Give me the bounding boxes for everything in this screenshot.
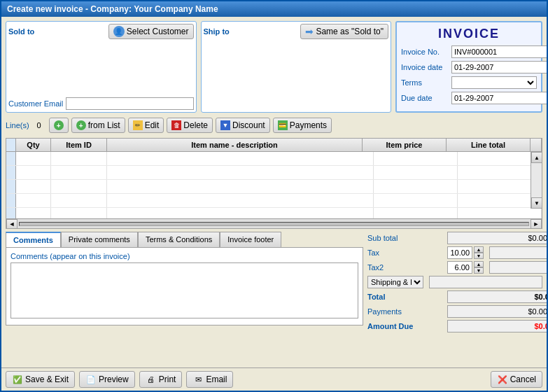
save-icon: ✅	[12, 374, 23, 385]
invoice-no-label: Invoice No.	[401, 48, 449, 56]
amount-due-value	[447, 320, 547, 332]
ship-to-box: Ship to ➡ Same as "Sold to"	[201, 21, 392, 113]
table-row	[6, 180, 542, 194]
select-customer-button[interactable]: 👤 Select Customer	[108, 24, 194, 39]
ship-to-label: Ship to	[204, 27, 230, 36]
main-window: Create new invoice - Company: Your Compa…	[0, 0, 548, 392]
add-line-button[interactable]: +	[49, 118, 69, 133]
tab-terms-conditions[interactable]: Terms & Conditions	[138, 232, 220, 247]
scroll-down-btn[interactable]: ▼	[531, 197, 542, 209]
tax-label: Tax	[367, 248, 444, 257]
email-icon: ✉	[192, 374, 204, 385]
table-row	[6, 152, 542, 166]
invoice-date-label: Invoice date	[401, 63, 449, 71]
lines-count: 0	[32, 121, 46, 130]
invoice-table: Qty Item ID Item name - description Item…	[6, 138, 542, 229]
horizontal-scrollbar[interactable]: ◄ ►	[6, 218, 542, 228]
scroll-right-btn[interactable]: ►	[531, 219, 542, 229]
list-plus-icon: +	[76, 120, 86, 130]
customer-icon: 👤	[113, 26, 125, 37]
tax-spinner[interactable]: ▲ ▼	[474, 246, 484, 259]
scroll-left-btn[interactable]: ◄	[6, 219, 17, 229]
discount-icon: ▼	[220, 120, 230, 130]
tax2-spinner[interactable]: ▲ ▼	[474, 261, 484, 274]
shipping-value[interactable]	[429, 276, 542, 288]
tax2-value	[489, 261, 547, 274]
sold-to-content	[8, 41, 194, 94]
table-row	[6, 194, 542, 208]
from-list-button[interactable]: + from List	[71, 118, 125, 133]
payments-icon: 💳	[278, 120, 288, 130]
scroll-up-btn[interactable]: ▲	[531, 152, 542, 163]
due-date-label: Due date	[401, 94, 449, 102]
cancel-button[interactable]: ❌ Cancel	[491, 371, 542, 388]
delete-button[interactable]: 🗑 Delete	[167, 118, 213, 133]
invoice-no-input[interactable]	[451, 46, 547, 58]
plus-icon: +	[54, 120, 64, 130]
table-header: Qty Item ID Item name - description Item…	[6, 139, 542, 152]
terms-label: Terms	[401, 78, 449, 87]
cancel-icon: ❌	[497, 374, 508, 385]
edit-icon: ✏	[133, 120, 143, 130]
footer-bar: ✅ Save & Exit 📄 Preview 🖨 Print ✉ Email …	[1, 368, 547, 391]
tax2-spin-down[interactable]: ▼	[474, 267, 484, 274]
subtotal-label: Sub total	[367, 234, 444, 242]
scroll-track-v	[531, 163, 542, 197]
tabs-bar: Comments Private comments Terms & Condit…	[6, 232, 363, 247]
ship-to-content	[204, 41, 389, 110]
col-description: Item name - description	[107, 139, 363, 151]
table-row	[6, 208, 542, 218]
preview-icon: 📄	[85, 374, 97, 385]
total-label: Total	[367, 293, 444, 301]
same-as-sold-to-button[interactable]: ➡ Same as "Sold to"	[300, 24, 388, 39]
lines-label: Line(s)	[6, 121, 29, 130]
invoice-box: INVOICE Invoice No. Invoice date ▼ Terms	[395, 21, 542, 113]
tab-private-comments[interactable]: Private comments	[61, 232, 138, 247]
title-bar: Create new invoice - Company: Your Compa…	[1, 1, 547, 17]
subtotal-value	[447, 232, 547, 244]
payments-value	[447, 305, 547, 318]
col-price: Item price	[363, 139, 447, 151]
print-icon: 🖨	[146, 374, 157, 385]
edit-button[interactable]: ✏ Edit	[128, 118, 164, 133]
tax-value	[489, 246, 547, 259]
table-body: ▲ ▼	[6, 152, 542, 218]
tax-rate-input[interactable]	[447, 246, 472, 259]
tax-spin-up[interactable]: ▲	[474, 246, 484, 253]
due-date-input[interactable]	[451, 92, 547, 104]
invoice-date-input[interactable]	[451, 61, 547, 74]
sold-to-label: Sold to	[8, 27, 34, 36]
scroll-corner	[531, 139, 542, 151]
vertical-scrollbar[interactable]: ▲ ▼	[531, 152, 542, 209]
window-title: Create new invoice - Company: Your Compa…	[7, 4, 218, 14]
shipping-select[interactable]: Shipping & handling	[367, 276, 423, 288]
col-total: Line total	[447, 139, 531, 151]
print-button[interactable]: 🖨 Print	[139, 371, 183, 388]
tab-comments[interactable]: Comments	[6, 232, 61, 247]
tax2-label: Tax2	[367, 263, 444, 272]
tax-spin-down[interactable]: ▼	[474, 253, 484, 259]
terms-select[interactable]	[451, 76, 537, 89]
tax2-rate-input[interactable]	[447, 261, 472, 274]
preview-button[interactable]: 📄 Preview	[79, 371, 135, 388]
email-input[interactable]	[66, 97, 193, 110]
discount-button[interactable]: ▼ Discount	[216, 118, 270, 133]
invoice-title: INVOICE	[401, 27, 537, 41]
line-controls: Line(s) 0 + + from List ✏ Edit 🗑 Delete …	[6, 115, 542, 135]
comment-textarea[interactable]	[10, 262, 358, 318]
tab-invoice-footer[interactable]: Invoice footer	[220, 232, 281, 247]
tab-content: Comments (appear on this invoice)	[6, 247, 363, 326]
tabs-section: Comments Private comments Terms & Condit…	[6, 232, 363, 335]
scroll-track-h	[19, 222, 529, 226]
payments-button[interactable]: 💳 Payments	[273, 118, 332, 133]
comment-label: Comments (appear on this invoice)	[10, 252, 358, 260]
col-item-id: Item ID	[51, 139, 107, 151]
col-qty: Qty	[16, 139, 51, 151]
email-button[interactable]: ✉ Email	[186, 371, 233, 388]
tax2-spin-up[interactable]: ▲	[474, 261, 484, 267]
save-exit-button[interactable]: ✅ Save & Exit	[6, 371, 75, 388]
amount-due-label: Amount Due	[367, 322, 444, 330]
total-value	[447, 290, 547, 303]
delete-icon: 🗑	[171, 120, 181, 130]
totals-box: Sub total Tax ▲ ▼ Tax2	[367, 232, 542, 335]
